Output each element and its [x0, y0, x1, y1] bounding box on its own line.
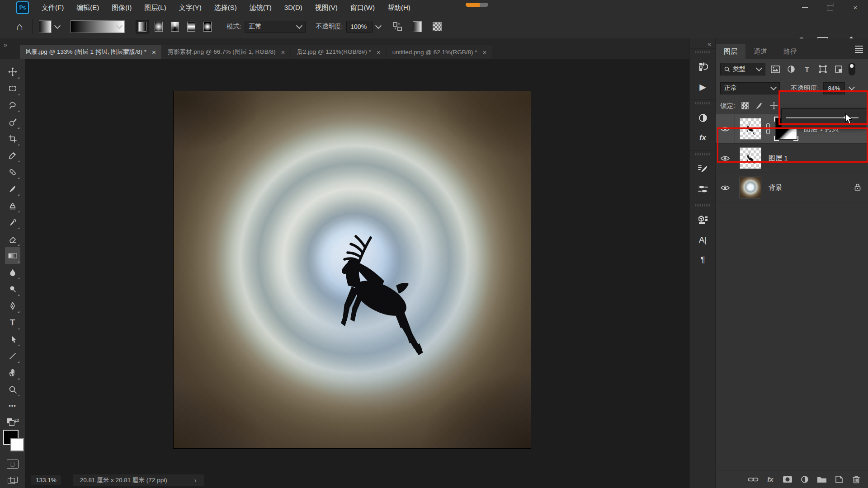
dock-grip[interactable]: [695, 153, 711, 155]
brush-settings-panel-icon[interactable]: [694, 159, 712, 179]
ps-logo-icon[interactable]: Ps: [16, 1, 29, 14]
layer-opacity-field[interactable]: 84%: [823, 82, 845, 94]
angle-gradient-button[interactable]: [168, 20, 182, 33]
styles-panel-icon[interactable]: fx: [694, 128, 712, 148]
close-button[interactable]: ×: [843, 0, 868, 15]
filter-type-layers-icon[interactable]: T: [801, 63, 813, 75]
hand-tool[interactable]: [5, 364, 20, 381]
menu-help[interactable]: 帮助(H): [381, 0, 417, 15]
close-icon[interactable]: ×: [152, 48, 156, 56]
panel-menu-icon[interactable]: [855, 46, 863, 54]
linear-gradient-button[interactable]: [136, 20, 149, 33]
layer-row-background[interactable]: 背景: [716, 173, 868, 202]
delete-layer-icon[interactable]: [849, 473, 864, 486]
history-panel-icon[interactable]: [694, 57, 712, 77]
adjustments-panel-icon[interactable]: [694, 108, 712, 128]
minimize-button[interactable]: [792, 0, 817, 15]
tab-layers[interactable]: 图层: [716, 44, 745, 59]
lasso-tool[interactable]: [5, 97, 20, 113]
actions-panel-icon[interactable]: ▶: [694, 77, 712, 97]
mask-link-icon[interactable]: [765, 123, 771, 135]
dodge-tool[interactable]: [5, 281, 20, 297]
new-layer-icon[interactable]: [831, 473, 847, 486]
filter-adjustment-layers-icon[interactable]: [785, 63, 797, 75]
more-tools[interactable]: •••: [5, 398, 20, 414]
eraser-tool[interactable]: [5, 230, 20, 247]
add-layer-mask-icon[interactable]: [780, 473, 795, 486]
menu-layer[interactable]: 图层(L): [138, 0, 172, 15]
eyedropper-tool[interactable]: [5, 147, 20, 164]
dither-button[interactable]: [410, 20, 424, 33]
toolbar-collapse-icon[interactable]: »: [4, 41, 7, 48]
new-adjustment-layer-icon[interactable]: [797, 473, 812, 486]
document-info[interactable]: 20.81 厘米 x 20.81 厘米 (72 ppi) ›: [73, 474, 204, 486]
layer-name[interactable]: 背景: [769, 183, 782, 192]
visibility-toggle[interactable]: [716, 173, 735, 202]
lock-image-pixels-icon[interactable]: [755, 101, 764, 110]
restore-button[interactable]: [817, 0, 843, 15]
filter-smart-objects-icon[interactable]: [833, 63, 844, 75]
dock-collapse-icon[interactable]: «: [708, 40, 711, 47]
menu-filter[interactable]: 滤镜(T): [243, 0, 278, 15]
transparency-button[interactable]: [430, 20, 444, 33]
menu-edit[interactable]: 编辑(E): [70, 0, 105, 15]
menu-window[interactable]: 窗口(W): [344, 0, 381, 15]
doc-tab-jianying[interactable]: 剪影素材.png @ 66.7% (图层 1, RGB/8) ×: [162, 45, 291, 59]
status-chevron-icon[interactable]: ›: [194, 476, 197, 484]
zoom-tool[interactable]: [5, 381, 20, 398]
doc-tab-hou2[interactable]: 后2.jpg @ 121%(RGB/8#) * ×: [291, 45, 386, 59]
background-color-swatch[interactable]: [10, 438, 24, 451]
quick-mask-button[interactable]: [7, 460, 19, 469]
opacity-select[interactable]: 100%: [346, 21, 373, 33]
type-tool[interactable]: T: [5, 314, 20, 331]
menu-view[interactable]: 视图(V): [309, 0, 344, 15]
new-group-icon[interactable]: [814, 473, 830, 486]
document-image[interactable]: [174, 91, 531, 448]
menu-file[interactable]: 文件(F): [35, 0, 70, 15]
layer-row-1[interactable]: 图层 1: [716, 144, 868, 173]
path-selection-tool[interactable]: [5, 331, 20, 347]
crop-tool[interactable]: [5, 130, 20, 147]
layer-thumbnail[interactable]: [740, 118, 761, 140]
rectangular-marquee-tool[interactable]: [5, 80, 20, 97]
menu-type[interactable]: 文字(Y): [173, 0, 208, 15]
layer-name[interactable]: 图层 1: [769, 154, 788, 163]
doc-tab-fengjing[interactable]: 风景.jpg @ 133% (图层 1 拷贝, 图层蒙版/8) * ×: [20, 45, 161, 59]
move-tool[interactable]: [5, 63, 20, 80]
clone-stamp-tool[interactable]: [5, 197, 20, 214]
canvas-area[interactable]: [25, 59, 689, 472]
brush-tool[interactable]: [5, 180, 20, 197]
link-layers-icon[interactable]: [745, 473, 761, 486]
dock-grip[interactable]: [695, 51, 711, 53]
tool-preset-picker[interactable]: [39, 20, 60, 33]
blend-mode-select[interactable]: 正常: [245, 21, 306, 33]
close-icon[interactable]: ×: [281, 48, 285, 56]
menu-image[interactable]: 图像(I): [105, 0, 138, 15]
radial-gradient-button[interactable]: [152, 20, 165, 33]
layer-thumbnail[interactable]: [740, 147, 761, 169]
reverse-button[interactable]: [391, 20, 404, 33]
reflected-gradient-button[interactable]: [184, 20, 198, 33]
line-tool[interactable]: [5, 347, 20, 364]
gradient-tool[interactable]: [5, 247, 20, 264]
healing-brush-tool[interactable]: [5, 164, 20, 180]
filter-toggle[interactable]: [849, 63, 855, 75]
filter-shape-layers-icon[interactable]: [817, 63, 829, 75]
tab-paths[interactable]: 路径: [775, 44, 805, 59]
blur-tool[interactable]: [5, 264, 20, 281]
visibility-toggle[interactable]: [716, 114, 735, 143]
home-icon[interactable]: ⌂: [16, 21, 23, 32]
tab-channels[interactable]: 通道: [745, 44, 775, 59]
layer-blend-mode-select[interactable]: 正常: [720, 82, 780, 94]
history-brush-tool[interactable]: [5, 214, 20, 230]
close-icon[interactable]: ×: [482, 48, 486, 56]
brushes-panel-icon[interactable]: [694, 179, 712, 199]
doc-tab-untitled[interactable]: untitled.png @ 62.1%(RGB/8) * ×: [387, 45, 492, 59]
lock-transparent-pixels-icon[interactable]: [741, 101, 750, 110]
gradient-editor-button[interactable]: [71, 20, 125, 33]
close-icon[interactable]: ×: [377, 48, 381, 56]
pen-tool[interactable]: [5, 297, 20, 314]
filter-pixel-layers-icon[interactable]: [769, 63, 781, 75]
layer-thumbnail[interactable]: [740, 177, 761, 198]
screen-mode-button[interactable]: [8, 477, 18, 484]
